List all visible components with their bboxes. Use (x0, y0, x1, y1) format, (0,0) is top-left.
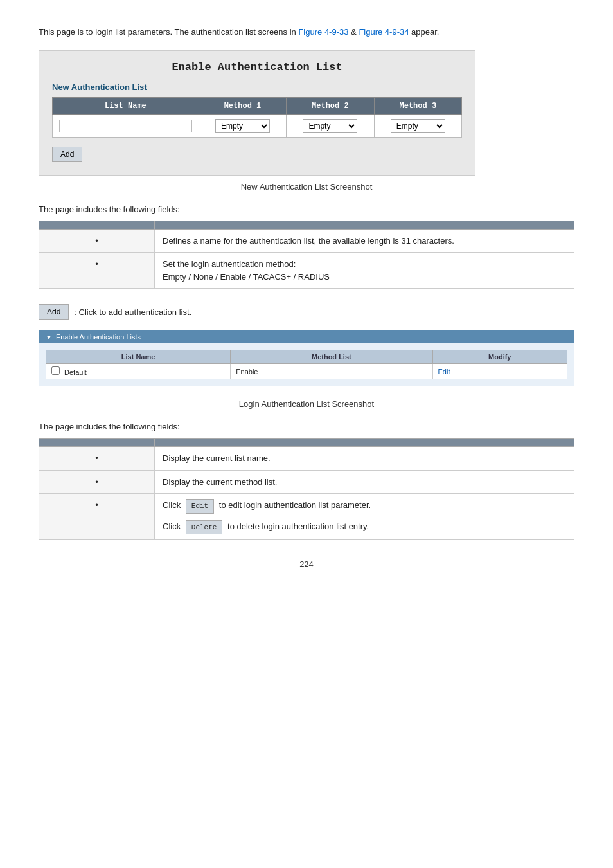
figure-link-1[interactable]: Figure 4-9-33 (298, 27, 348, 37)
auth-list-name-cell: Default (46, 364, 231, 379)
list-row-checkbox[interactable] (51, 366, 60, 375)
bullet-4: • (39, 470, 155, 494)
method-label-line2: Empty / None / Enable / TACACS+ / RADIUS (163, 271, 566, 284)
enable-auth-panel: ▼ Enable Authentication Lists List Name … (39, 330, 574, 386)
fields-col2-header (155, 221, 574, 229)
intro-paragraph: This page is to login list parameters. T… (39, 26, 574, 39)
method1-select[interactable]: Empty None Enable TACACS+ RADIUS (215, 119, 270, 133)
bullet-3: • (39, 447, 155, 471)
fields-table-1: • Defines a name for the authentication … (39, 221, 574, 289)
intro-separator: & (351, 27, 359, 37)
auth-list-method-cell: Enable (231, 364, 432, 379)
enable-auth-list-title: Enable Authentication List (52, 61, 462, 73)
field-desc-4: Display the current method list. (155, 470, 574, 494)
edit-row: Click Edit to edit login authentication … (163, 499, 566, 514)
add-section-description: : Click to add authentication list. (74, 307, 191, 317)
add-button-box[interactable]: Add (52, 147, 82, 162)
method3-select[interactable]: Empty None Enable TACACS+ RADIUS (391, 119, 445, 133)
edit-suffix: to edit login authentication list parame… (219, 500, 371, 510)
enable-auth-panel-body: List Name Method List Modify Default Ena… (39, 343, 574, 386)
new-auth-table: List Name Method 1 Method 2 Method 3 Emp… (52, 97, 462, 138)
new-auth-row: Empty None Enable TACACS+ RADIUS Empty N… (53, 114, 462, 137)
add-section: Add : Click to add authentication list. (39, 304, 574, 320)
fields-table-2: • Display the current list name. • Displ… (39, 438, 574, 540)
list-name-input[interactable] (59, 120, 192, 132)
auth-list-table: List Name Method List Modify Default Ena… (46, 350, 567, 379)
panel-arrow-icon: ▼ (46, 334, 52, 341)
enable-auth-list-box: Enable Authentication List New Authentic… (39, 50, 475, 176)
field-desc-3: Display the current list name. (155, 447, 574, 471)
auth-list-edit-cell[interactable]: Edit (432, 364, 567, 379)
fields-section1-label: The page includes the following fields: (39, 204, 574, 214)
table-row: • Display the current method list. (39, 470, 574, 494)
method-label-line1: Set the login authentication method: (163, 258, 566, 271)
bullet-1: • (39, 229, 155, 253)
fields2-col2-header (155, 439, 574, 447)
enable-auth-panel-header: ▼ Enable Authentication Lists (39, 330, 574, 343)
fields2-col1-header (39, 439, 155, 447)
field-text-1: Defines a name for the authentication li… (163, 236, 454, 246)
list-name-value: Default (64, 368, 87, 376)
col-header-method2: Method 2 (287, 97, 374, 114)
bullet-5: • (39, 494, 155, 540)
caption1: New Authentication List Screenshot (39, 182, 574, 192)
auth-list-col-method: Method List (231, 350, 432, 364)
method2-cell[interactable]: Empty None Enable TACACS+ RADIUS (287, 114, 374, 137)
add-section-button[interactable]: Add (39, 304, 69, 320)
fields-section2-label: The page includes the following fields: (39, 422, 574, 431)
delete-suffix: to delete login authentication list entr… (227, 521, 369, 531)
method3-cell[interactable]: Empty None Enable TACACS+ RADIUS (374, 114, 461, 137)
delete-row: Click Delete to delete login authenticat… (163, 520, 566, 535)
intro-text-before: This page is to login list parameters. T… (39, 27, 298, 37)
delete-prefix: Click (163, 521, 183, 531)
edit-inline-button[interactable]: Edit (186, 499, 214, 514)
method1-cell[interactable]: Empty None Enable TACACS+ RADIUS (199, 114, 286, 137)
col-header-method3: Method 3 (374, 97, 461, 114)
auth-list-row: Default Enable Edit (46, 364, 567, 379)
figure-link-2[interactable]: Figure 4-9-34 (359, 27, 409, 37)
edit-prefix: Click (163, 500, 183, 510)
delete-inline-button[interactable]: Delete (186, 520, 223, 535)
list-name-input-cell[interactable] (53, 114, 199, 137)
table-row: • Click Edit to edit login authenticatio… (39, 494, 574, 540)
field-desc-5: Click Edit to edit login authentication … (155, 494, 574, 540)
intro-text-after: appear. (411, 27, 439, 37)
page-number: 224 (39, 559, 574, 569)
bullet-2: • (39, 253, 155, 289)
field-desc-2: Set the login authentication method: Emp… (155, 253, 574, 289)
panel-header-label: Enable Authentication Lists (56, 333, 141, 341)
table-row: • Set the login authentication method: E… (39, 253, 574, 289)
field-desc-1: Defines a name for the authentication li… (155, 229, 574, 253)
auth-list-col-name: List Name (46, 350, 231, 364)
table-row: • Display the current list name. (39, 447, 574, 471)
method2-select[interactable]: Empty None Enable TACACS+ RADIUS (303, 119, 357, 133)
col-header-list-name: List Name (53, 97, 199, 114)
caption2: Login Authentication List Screenshot (39, 399, 574, 409)
fields-col1-header (39, 221, 155, 229)
auth-list-col-modify: Modify (432, 350, 567, 364)
table-row: • Defines a name for the authentication … (39, 229, 574, 253)
col-header-method1: Method 1 (199, 97, 286, 114)
new-auth-list-label: New Authentication List (52, 82, 462, 92)
